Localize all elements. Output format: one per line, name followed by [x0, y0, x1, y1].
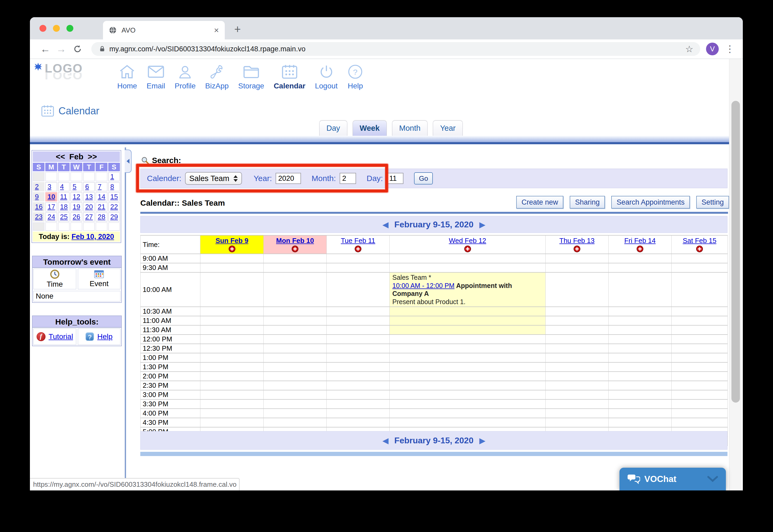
mini-cal-date-link[interactable]: 8	[110, 183, 114, 191]
today-date-link[interactable]: Feb 10, 2020	[71, 233, 114, 241]
next-week-icon[interactable]: ▶	[479, 436, 485, 445]
calendar-slot[interactable]	[672, 307, 728, 316]
close-window-button[interactable]	[39, 25, 46, 32]
calendar-slot[interactable]	[546, 325, 609, 335]
help-link[interactable]: Help	[97, 332, 113, 341]
mini-cal-day[interactable]: 8	[108, 182, 120, 191]
appointment-event-continuation[interactable]	[390, 316, 546, 325]
mini-cal-date-link[interactable]: 7	[98, 183, 101, 191]
mini-cal-day[interactable]: 7	[96, 182, 107, 191]
mini-cal-day[interactable]: 1	[108, 172, 120, 181]
mini-cal-date-link[interactable]: 6	[85, 183, 89, 191]
day-link[interactable]: Sat Feb 15	[683, 237, 716, 245]
mini-cal-day[interactable]: 23	[33, 212, 44, 222]
calendar-slot[interactable]	[546, 344, 609, 353]
appointment-event[interactable]: Sales Team *10:00 AM - 12:00 PM Appointm…	[390, 272, 546, 307]
mini-cal-day[interactable]: 11	[58, 192, 70, 201]
calendar-slot[interactable]	[327, 254, 390, 263]
calendar-slot[interactable]	[672, 362, 728, 372]
nav-item-home[interactable]: Home	[117, 64, 137, 90]
calendar-slot[interactable]	[672, 418, 728, 427]
calendar-slot[interactable]	[546, 272, 609, 307]
profile-avatar[interactable]: V	[706, 43, 719, 55]
calendar-slot[interactable]	[200, 316, 264, 325]
calendar-slot[interactable]	[264, 409, 327, 418]
mini-cal-day[interactable]: 25	[58, 212, 70, 222]
calendar-slot[interactable]	[390, 335, 546, 344]
calendar-slot[interactable]	[609, 263, 672, 272]
calendar-slot[interactable]	[609, 381, 672, 390]
calendar-slot[interactable]	[327, 362, 390, 372]
calendar-slot[interactable]	[200, 372, 264, 381]
nav-item-help[interactable]: ?Help	[347, 64, 363, 90]
calendar-slot[interactable]	[390, 362, 546, 372]
nav-item-email[interactable]: Email	[147, 64, 165, 90]
calendar-slot[interactable]	[200, 362, 264, 372]
mini-cal-date-link[interactable]: 26	[73, 213, 80, 221]
mini-cal-date-link[interactable]: 14	[98, 193, 105, 201]
sharing-button[interactable]: Sharing	[570, 196, 605, 209]
calendar-slot[interactable]	[672, 372, 728, 381]
calendar-slot[interactable]	[672, 390, 728, 399]
calendar-slot[interactable]	[200, 325, 264, 335]
calendar-slot[interactable]	[390, 399, 546, 409]
calendar-slot[interactable]	[609, 418, 672, 427]
mini-cal-day[interactable]: 15	[108, 192, 120, 201]
day-link[interactable]: Wed Feb 12	[449, 237, 486, 245]
calendar-slot[interactable]	[546, 418, 609, 427]
day-input[interactable]	[387, 173, 403, 184]
mini-cal-day[interactable]: 4	[58, 182, 70, 191]
calendar-slot[interactable]	[546, 307, 609, 316]
calendar-slot[interactable]	[546, 372, 609, 381]
calendar-slot[interactable]	[672, 272, 728, 307]
nav-item-logout[interactable]: Logout	[315, 64, 338, 90]
nav-item-storage[interactable]: Storage	[238, 64, 264, 90]
calendar-slot[interactable]	[264, 372, 327, 381]
calendar-slot[interactable]	[609, 254, 672, 263]
calendar-slot[interactable]	[672, 399, 728, 409]
mini-cal-date-link[interactable]: 5	[73, 183, 76, 191]
mini-cal-day[interactable]: 18	[58, 202, 70, 211]
mini-cal-day[interactable]: 14	[96, 192, 107, 201]
mini-cal-day[interactable]: 17	[45, 202, 57, 211]
tab-week[interactable]: Week	[353, 120, 387, 136]
mini-cal-date-link[interactable]: 15	[110, 193, 118, 201]
mini-cal-day[interactable]: 19	[70, 202, 82, 211]
calendar-slot[interactable]	[264, 263, 327, 272]
calendar-slot[interactable]	[327, 344, 390, 353]
mini-cal-day[interactable]: 10	[45, 192, 57, 201]
mini-cal-date-link[interactable]: 24	[47, 213, 55, 221]
create-new-button[interactable]: Create new	[516, 196, 563, 209]
mini-cal-date-link[interactable]: 27	[85, 213, 93, 221]
mini-cal-date-link[interactable]: 13	[85, 193, 93, 201]
mini-cal-day[interactable]: 28	[96, 212, 107, 222]
calendar-slot[interactable]	[264, 254, 327, 263]
calendar-slot[interactable]	[390, 390, 546, 399]
calendar-slot[interactable]	[200, 307, 264, 316]
calendar-slot[interactable]	[200, 263, 264, 272]
mini-cal-date-link[interactable]: 17	[47, 203, 55, 211]
calendar-slot[interactable]	[546, 254, 609, 263]
nav-item-profile[interactable]: Profile	[175, 64, 196, 90]
mini-cal-date-link[interactable]: 23	[35, 213, 43, 221]
calendar-slot[interactable]	[200, 390, 264, 399]
calendar-slot[interactable]	[327, 390, 390, 399]
calendar-slot[interactable]	[609, 399, 672, 409]
new-tab-button[interactable]: +	[234, 23, 241, 36]
bookmark-star-icon[interactable]: ☆	[685, 44, 693, 54]
calendar-slot[interactable]	[200, 353, 264, 362]
calendar-slot[interactable]	[327, 263, 390, 272]
vochat-widget[interactable]: VOChat	[619, 468, 726, 490]
scrollbar-thumb[interactable]	[731, 101, 740, 403]
add-event-icon[interactable]	[672, 245, 727, 254]
minimize-window-button[interactable]	[53, 25, 60, 32]
calendar-slot[interactable]	[264, 381, 327, 390]
calendar-slot[interactable]	[200, 409, 264, 418]
calendar-slot[interactable]	[200, 344, 264, 353]
calendar-slot[interactable]	[327, 381, 390, 390]
calendar-slot[interactable]	[200, 272, 264, 307]
calendar-slot[interactable]	[264, 344, 327, 353]
calendar-slot[interactable]	[327, 409, 390, 418]
day-link[interactable]: Sun Feb 9	[215, 237, 248, 245]
calendar-slot[interactable]	[672, 344, 728, 353]
